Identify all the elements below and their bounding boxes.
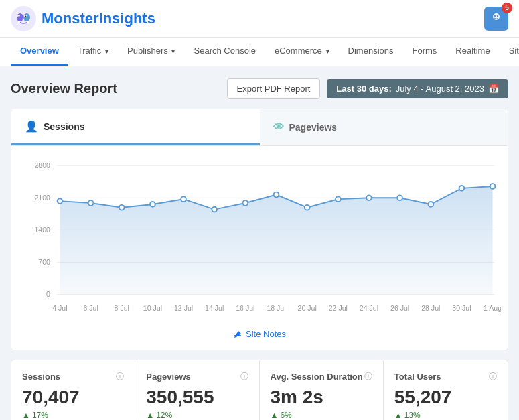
nav-item-site-speed[interactable]: Site Speed [500,38,519,66]
export-pdf-button[interactable]: Export PDF Report [227,78,321,99]
svg-text:0: 0 [46,290,50,298]
nav-item-realtime[interactable]: Realtime [446,38,499,66]
tab-sessions[interactable]: 👤 Sessions [11,109,260,145]
svg-text:18 Jul: 18 Jul [267,304,285,312]
logo-text-monster: Monster [42,10,99,27]
stat-label-avg-session: Avg. Session Duration [271,372,363,382]
svg-point-12 [497,15,498,16]
svg-point-11 [494,15,496,16]
svg-text:1 Aug: 1 Aug [484,304,501,312]
stat-change-value-pageviews: 12% [156,411,172,420]
chart-fill [60,186,492,295]
svg-text:700: 700 [38,258,50,266]
report-header: Overview Report Export PDF Report Last 3… [11,78,508,99]
logo: MonsterInsights [11,6,155,31]
svg-text:26 Jul: 26 Jul [390,304,409,312]
stat-change-sessions: ▲ 17% [22,411,124,420]
notification-icon [490,12,503,25]
nav-item-ecommerce[interactable]: eCommerce ▾ [265,38,339,66]
chart-dot [181,196,186,202]
chart-dot [336,196,341,202]
up-arrow-icon: ▲ [146,411,154,420]
chart-dot [397,195,402,200]
up-arrow-icon: ▲ [271,411,279,420]
stat-card-sessions: Sessions ⓘ 70,407 ▲ 17% vs. Previous 30 … [11,360,135,420]
svg-text:14 Jul: 14 Jul [205,304,224,312]
stat-value-avg-session: 3m 2s [271,387,372,408]
date-range-button[interactable]: Last 30 days: July 4 - August 2, 2023 📅 [327,79,508,98]
chart-dot [212,207,217,212]
chart-dot [243,200,248,206]
stat-change-value-avg: 6% [280,411,291,420]
notification-badge: 5 [502,3,512,13]
svg-text:12 Jul: 12 Jul [174,304,193,312]
site-notes-label: Site Notes [246,329,286,339]
svg-point-1 [17,13,23,21]
stat-info-icon-users[interactable]: ⓘ [489,371,497,382]
chart-dot [119,205,125,210]
stat-label-sessions: Sessions [22,372,60,382]
svg-text:30 Jul: 30 Jul [452,304,471,312]
svg-text:8 Jul: 8 Jul [115,304,129,312]
pencil-icon [233,330,242,339]
chart-dot [58,198,63,204]
main-content: Overview Report Export PDF Report Last 3… [0,66,519,420]
nav-item-dimensions[interactable]: Dimensions [339,38,403,66]
date-range-value: July 4 - August 2, 2023 [396,84,484,94]
site-notes-button[interactable]: Site Notes [233,329,286,339]
svg-text:16 Jul: 16 Jul [236,304,254,312]
svg-rect-9 [27,21,29,23]
sessions-tab-label: Sessions [44,121,84,132]
logo-text: MonsterInsights [42,10,155,27]
chart-dot [428,202,433,207]
stat-card-pageviews: Pageviews ⓘ 350,555 ▲ 12% vs. Previous 3… [135,360,259,420]
svg-text:2800: 2800 [35,161,51,169]
chart-dot [305,205,310,210]
stat-change-value-users: 13% [404,411,421,420]
nav-item-publishers[interactable]: Publishers ▾ [118,38,184,66]
svg-text:20 Jul: 20 Jul [298,304,317,312]
notification-button[interactable]: 5 [484,7,508,31]
sessions-icon: 👤 [25,120,38,133]
stat-info-icon-avg[interactable]: ⓘ [364,371,372,382]
nav-item-overview[interactable]: Overview [11,38,68,66]
svg-point-2 [23,13,30,21]
stat-label-total-users: Total Users [394,372,441,382]
chevron-down-icon: ▾ [324,48,329,55]
stat-card-avg-session: Avg. Session Duration ⓘ 3m 2s ▲ 6% vs. P… [260,360,384,420]
stat-card-total-users: Total Users ⓘ 55,207 ▲ 13% vs. Previous … [384,360,508,420]
stat-change-value-sessions: 17% [32,411,48,420]
chevron-down-icon: ▾ [170,48,175,55]
stat-header: Total Users ⓘ [394,371,497,382]
chart-dot [88,200,94,206]
pageviews-tab-label: Pageviews [289,122,338,133]
svg-rect-7 [18,21,20,23]
chart-dot [274,192,279,198]
stat-info-icon-sessions[interactable]: ⓘ [116,371,124,382]
svg-text:4 Jul: 4 Jul [52,304,67,312]
svg-text:22 Jul: 22 Jul [329,304,348,312]
svg-text:10 Jul: 10 Jul [143,304,162,312]
up-arrow-icon: ▲ [22,411,30,420]
svg-text:2100: 2100 [35,194,51,202]
stat-value-pageviews: 350,555 [146,387,248,408]
stat-info-icon-pageviews[interactable]: ⓘ [240,371,248,382]
report-actions: Export PDF Report Last 30 days: July 4 -… [227,78,508,99]
nav-item-search-console[interactable]: Search Console [185,38,266,66]
chart-dot [366,195,372,200]
tab-pageviews[interactable]: 👁 Pageviews [260,109,508,145]
stats-row: Sessions ⓘ 70,407 ▲ 17% vs. Previous 30 … [11,360,508,420]
stat-change-pageviews: ▲ 12% [146,411,248,420]
stat-change-users: ▲ 13% [394,411,497,420]
svg-text:6 Jul: 6 Jul [83,304,98,312]
nav-item-forms[interactable]: Forms [403,38,447,66]
pageviews-icon: 👁 [273,121,284,133]
chart-dot [459,186,465,191]
stat-header: Sessions ⓘ [22,371,124,382]
svg-rect-8 [23,22,25,23]
nav-item-traffic[interactable]: Traffic ▾ [68,38,118,66]
stat-value-total-users: 55,207 [394,387,497,408]
svg-text:28 Jul: 28 Jul [421,304,440,312]
stat-header: Pageviews ⓘ [146,371,248,382]
svg-text:1400: 1400 [35,226,51,234]
